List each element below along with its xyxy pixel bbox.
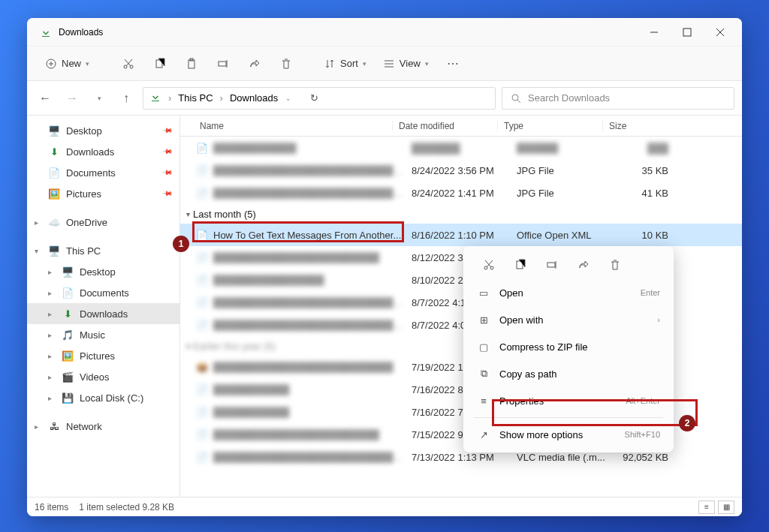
sidebar-item-documents[interactable]: 📄Documents [27,162,179,183]
breadcrumb-current[interactable]: Downloads [230,92,278,104]
share-icon[interactable] [241,52,268,76]
sort-button[interactable]: Sort ▾ [318,55,372,73]
rename-icon[interactable] [210,52,237,76]
titlebar: Downloads [27,18,742,47]
up-button[interactable]: ↑ [116,88,137,109]
annotation-badge-2: 2 [679,415,695,431]
sidebar-sub-videos[interactable]: 🎬Videos [27,366,179,387]
paste-icon[interactable] [178,52,205,76]
svg-rect-5 [188,60,195,68]
table-row[interactable]: 📄████████████████████████████ [180,137,742,159]
ctx-open[interactable]: ▭ Open Enter [468,279,669,306]
view-button[interactable]: View ▾ [377,55,435,73]
maximize-button[interactable] [677,23,697,42]
ctx-copy-icon[interactable] [507,254,534,276]
ctx-delete-icon[interactable] [602,254,629,276]
copy-path-icon: ⧉ [477,368,490,380]
ctx-show-more[interactable]: ↗ Show more options Shift+F10 [468,421,669,448]
group-last-month[interactable]: ▾Last month (5) [180,204,742,224]
status-selection: 1 item selected 9.28 KB [79,502,174,512]
window-title: Downloads [59,27,644,38]
open-with-icon: ⊞ [477,314,490,326]
sidebar-sub-music[interactable]: 🎵Music [27,324,179,345]
command-bar: New ▾ Sort ▾ View ▾ ⋯ [27,47,742,81]
sidebar-sub-localdisk[interactable]: 💾Local Disk (C:) [27,387,179,408]
ctx-cut-icon[interactable] [475,254,502,276]
refresh-button[interactable]: ↻ [303,88,324,109]
sidebar-item-pictures[interactable]: 🖼️Pictures [27,183,179,204]
svg-rect-0 [683,29,691,36]
details-view-button[interactable]: ≡ [698,500,715,514]
zip-icon: ▢ [477,341,490,353]
ctx-rename-icon[interactable] [538,254,565,276]
sidebar-item-onedrive[interactable]: ☁️OneDrive [27,212,179,233]
sidebar-sub-downloads[interactable]: ⬇Downloads [27,303,179,324]
chevron-down-icon[interactable]: ⌄ [285,95,291,102]
minimize-button[interactable] [644,23,664,42]
navigation-bar: ← → ▾ ↑ › This PC › Downloads ⌄ ↻ Search… [27,81,742,116]
ctx-properties[interactable]: ≡ Properties Alt+Enter [468,387,669,414]
back-button[interactable]: ← [35,88,56,109]
ctx-share-icon[interactable] [570,254,597,276]
close-button[interactable] [710,23,730,42]
address-bar[interactable]: › This PC › Downloads ⌄ ↻ [143,87,496,110]
ctx-copy-path[interactable]: ⧉ Copy as path [468,360,669,387]
sidebar-item-downloads[interactable]: ⬇Downloads [27,141,179,162]
open-icon: ▭ [477,287,490,299]
table-row-selected[interactable]: 📄How To Get Text Messages From Another..… [180,224,742,246]
more-icon[interactable]: ⋯ [439,52,466,76]
copy-icon[interactable] [146,52,173,76]
column-headers[interactable]: Name Date modified Type Size [180,116,742,137]
svg-rect-12 [547,263,555,267]
downloads-icon [39,26,53,39]
sidebar-item-network[interactable]: 🖧Network [27,416,179,437]
recent-button[interactable]: ▾ [89,88,110,109]
downloads-icon [149,91,161,105]
new-button[interactable]: New ▾ [38,55,97,73]
table-row[interactable]: 📄██████████████████████████████8/24/2022… [180,182,742,204]
sidebar-item-desktop[interactable]: 🖥️Desktop [27,120,179,141]
svg-rect-7 [219,62,226,66]
status-bar: 16 items 1 item selected 9.28 KB ≡ ▦ [27,497,742,516]
navigation-pane: 🖥️Desktop ⬇Downloads 📄Documents 🖼️Pictur… [27,116,180,497]
sidebar-sub-pictures[interactable]: 🖼️Pictures [27,345,179,366]
search-box[interactable]: Search Downloads [502,87,734,110]
sidebar-item-thispc[interactable]: 🖥️This PC [27,240,179,261]
properties-icon: ≡ [477,395,490,407]
annotation-badge-1: 1 [173,236,189,252]
column-name[interactable]: Name [195,121,392,131]
show-more-icon: ↗ [477,429,490,440]
ctx-open-with[interactable]: ⊞ Open with › [468,306,669,333]
table-row[interactable]: 📄██████████████████████████████8/24/2022… [180,159,742,182]
ctx-compress[interactable]: ▢ Compress to ZIP file [468,333,669,360]
breadcrumb-root[interactable]: This PC [178,92,213,104]
column-date[interactable]: Date modified [392,121,497,131]
sidebar-sub-desktop[interactable]: 🖥️Desktop [27,261,179,282]
svg-point-8 [512,95,518,101]
delete-icon[interactable] [273,52,300,76]
column-size[interactable]: Size [602,121,670,131]
tiles-view-button[interactable]: ▦ [718,500,734,514]
cut-icon[interactable] [115,52,142,76]
context-menu: ▭ Open Enter ⊞ Open with › ▢ Compress to… [463,246,674,452]
forward-button[interactable]: → [62,88,83,109]
status-item-count: 16 items [35,502,68,512]
column-type[interactable]: Type [497,121,602,131]
sidebar-sub-documents[interactable]: 📄Documents [27,282,179,303]
